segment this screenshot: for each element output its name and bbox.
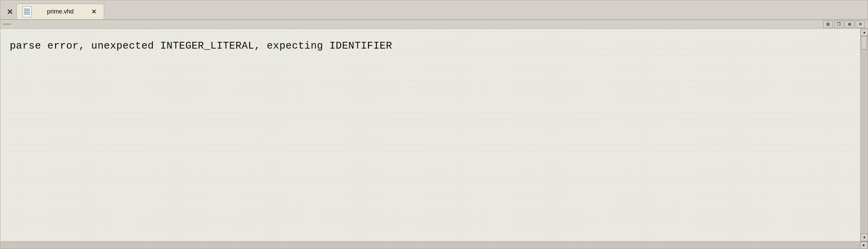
close-icon: ✕ (859, 22, 862, 27)
content-area: parse error, unexpected INTEGER_LITERAL,… (0, 29, 868, 241)
pin-icon: ⊕ (848, 22, 851, 27)
scroll-track-bottom[interactable] (0, 242, 860, 249)
restore-icon: ❐ (837, 22, 841, 27)
file-icon (22, 6, 32, 17)
expand-button[interactable]: ⊞ (823, 21, 833, 28)
content-main: parse error, unexpected INTEGER_LITERAL,… (0, 29, 860, 241)
error-message: parse error, unexpected INTEGER_LITERAL,… (10, 39, 851, 53)
close-left-button[interactable]: ✕ (3, 5, 17, 19)
tab-prime-vhd[interactable]: prime.vhd ✕ (17, 4, 104, 19)
window-controls: ⊞ ❐ ⊕ ✕ (823, 21, 865, 28)
toolbar-grip (3, 24, 11, 25)
scrollbar-bottom: ► (0, 241, 868, 249)
scroll-up-button[interactable]: ▲ (861, 29, 868, 36)
scroll-thumb-right[interactable] (861, 36, 867, 50)
scroll-down-button[interactable]: ▼ (861, 234, 868, 241)
scroll-right-button[interactable]: ► (860, 242, 868, 249)
scroll-track-right[interactable] (861, 36, 868, 234)
scrollbar-right: ▲ ▼ (860, 29, 868, 241)
down-arrow-icon: ▼ (863, 236, 865, 240)
tab-bar: ✕ prime.vhd ✕ (0, 0, 868, 20)
pin-button[interactable]: ⊕ (845, 21, 854, 28)
main-window: ✕ prime.vhd ✕ (0, 0, 868, 249)
tab-close-button[interactable]: ✕ (89, 7, 98, 17)
restore-button[interactable]: ❐ (834, 21, 843, 28)
tab-title: prime.vhd (36, 8, 85, 15)
toolbar-strip: ⊞ ❐ ⊕ ✕ (0, 20, 868, 29)
close-window-button[interactable]: ✕ (856, 21, 865, 28)
right-arrow-icon: ► (863, 244, 865, 247)
up-arrow-icon: ▲ (863, 31, 865, 34)
expand-icon: ⊞ (826, 22, 830, 27)
